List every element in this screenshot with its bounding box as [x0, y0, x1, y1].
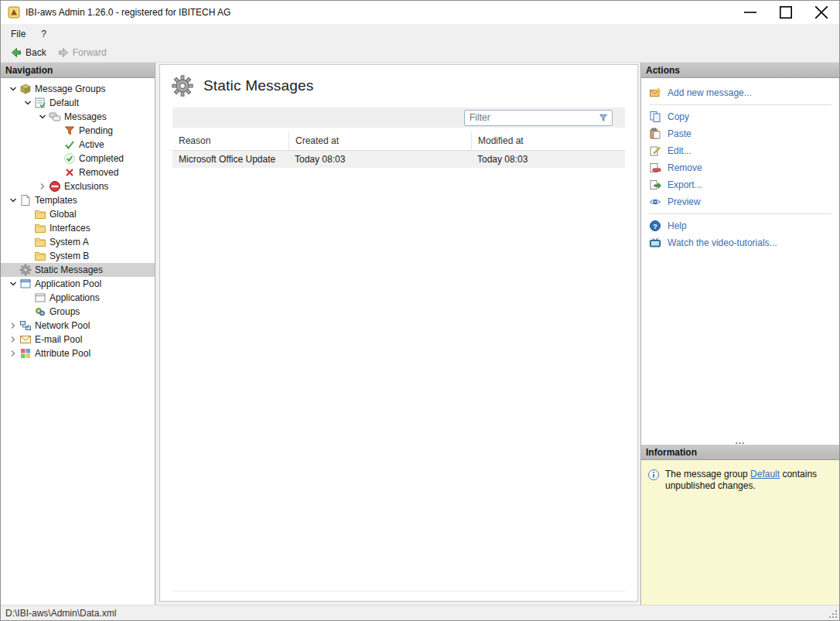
- tree-item-completed[interactable]: Completed: [1, 152, 155, 165]
- action-copy[interactable]: Copy: [641, 108, 839, 125]
- menu-file[interactable]: File: [3, 26, 33, 42]
- column-header-reason[interactable]: Reason: [172, 131, 289, 150]
- actions-panel: Actions Add new message...CopyPasteEdit.…: [641, 63, 839, 445]
- action-label: Watch the video-tutorials...: [668, 237, 777, 248]
- action-export[interactable]: Export...: [641, 176, 839, 193]
- action-edit[interactable]: Edit...: [641, 142, 839, 159]
- tree-item-templates[interactable]: Templates: [1, 193, 155, 207]
- forward-button[interactable]: Forward: [52, 45, 112, 60]
- tree-item-applications[interactable]: Applications: [1, 291, 155, 305]
- help-icon: ?: [649, 220, 661, 232]
- minimize-button[interactable]: [732, 1, 768, 24]
- tree-item-static-messages[interactable]: Static Messages: [1, 263, 155, 277]
- expander-spacer: [22, 222, 34, 234]
- chevron-down-icon[interactable]: [7, 278, 19, 290]
- tree-item-pending[interactable]: Pending: [1, 124, 155, 138]
- expander-spacer: [22, 208, 34, 220]
- chevron-right-icon[interactable]: [7, 347, 19, 360]
- action-label: Copy: [668, 111, 689, 122]
- filter-box: [464, 110, 613, 126]
- tree-item-exclusions[interactable]: Exclusions: [1, 179, 155, 193]
- page-title-row: Static Messages: [160, 65, 637, 104]
- tree-item-global[interactable]: Global: [1, 207, 155, 221]
- page-title: Static Messages: [203, 77, 313, 94]
- back-label: Back: [26, 47, 46, 58]
- action-label: Edit...: [668, 145, 691, 156]
- tree-item-label: Interfaces: [50, 223, 90, 234]
- menu-help[interactable]: ?: [33, 26, 54, 42]
- tree-item-removed[interactable]: Removed: [1, 165, 155, 179]
- expander-spacer: [51, 125, 63, 137]
- tree-item-messages[interactable]: Messages: [1, 110, 155, 124]
- chevron-down-icon[interactable]: [7, 194, 19, 206]
- chevron-right-icon[interactable]: [36, 180, 49, 193]
- tree-item-label: E-mail Pool: [35, 334, 82, 345]
- tree-item-interfaces[interactable]: Interfaces: [1, 221, 155, 235]
- title-bar: IBI-aws Admin 1.26.0 - registered for IB…: [1, 1, 839, 24]
- default-group-link[interactable]: Default: [750, 469, 780, 479]
- tree-item-e-mail-pool[interactable]: E-mail Pool: [1, 333, 155, 346]
- tree-item-label: Global: [50, 209, 77, 220]
- tree-item-groups[interactable]: Groups: [1, 305, 155, 319]
- action-remove[interactable]: Remove: [641, 159, 839, 176]
- action-label: Preview: [668, 196, 701, 207]
- tree-item-application-pool[interactable]: Application Pool: [1, 277, 155, 291]
- tree-item-network-pool[interactable]: Network Pool: [1, 319, 155, 333]
- tree-item-default[interactable]: Default: [1, 96, 155, 110]
- back-arrow-icon: [10, 46, 22, 59]
- action-watch-the-video-tutorials[interactable]: Watch the video-tutorials...: [641, 234, 839, 251]
- remove-icon: [649, 162, 661, 174]
- tree-item-label: Groups: [50, 306, 80, 317]
- table-row[interactable]: Microsoft Office UpdateToday 08:03Today …: [172, 151, 625, 168]
- removed-icon: [63, 166, 76, 179]
- menu-bar: File ?: [1, 24, 839, 43]
- resize-grip-icon[interactable]: [828, 609, 838, 619]
- tree-item-label: Message Groups: [35, 84, 105, 94]
- tree-item-active[interactable]: Active: [1, 138, 155, 152]
- tree-item-message-groups[interactable]: Message Groups: [1, 82, 155, 96]
- column-header-created-at[interactable]: Created at: [289, 131, 471, 150]
- applications-icon: [34, 292, 46, 304]
- tree-item-label: Application Pool: [35, 278, 101, 289]
- folder-icon: [34, 236, 46, 248]
- column-header-modified-at[interactable]: Modified at: [471, 131, 625, 150]
- information-message: The message group Default contains unpub…: [665, 469, 820, 492]
- action-label: Help: [668, 220, 687, 231]
- tree-item-system-b[interactable]: System B: [1, 249, 155, 263]
- actions-overflow[interactable]: ...: [641, 438, 839, 444]
- action-label: Paste: [668, 128, 691, 139]
- navigation-tree: Message GroupsDefaultMessagesPendingActi…: [1, 78, 155, 605]
- right-panel: Actions Add new message...CopyPasteEdit.…: [640, 63, 839, 605]
- maximize-button[interactable]: [768, 1, 804, 24]
- chevron-right-icon[interactable]: [7, 319, 19, 332]
- add-message-icon: [649, 87, 661, 99]
- window-title: IBI-aws Admin 1.26.0 - registered for IB…: [26, 7, 230, 18]
- close-button[interactable]: [804, 1, 839, 24]
- actions-list: Add new message...CopyPasteEdit...Remove…: [641, 78, 839, 251]
- chevron-down-icon[interactable]: [36, 111, 49, 123]
- app-window: IBI-aws Admin 1.26.0 - registered for IB…: [0, 0, 840, 621]
- action-paste[interactable]: Paste: [641, 125, 839, 142]
- tree-item-label: System B: [50, 251, 89, 261]
- paste-icon: [649, 128, 661, 140]
- filter-funnel-icon[interactable]: [598, 112, 609, 123]
- export-icon: [649, 179, 661, 191]
- chevron-down-icon[interactable]: [22, 97, 34, 109]
- static-messages-view: Static Messages ReasonCreated atModified…: [159, 64, 638, 602]
- static-messages-gear-icon: [171, 74, 194, 97]
- folder-icon: [34, 250, 46, 262]
- action-help[interactable]: ?Help: [641, 217, 839, 234]
- exclusions-icon: [49, 180, 61, 193]
- filter-input[interactable]: [465, 112, 598, 123]
- tree-item-system-a[interactable]: System A: [1, 235, 155, 249]
- back-button[interactable]: Back: [5, 45, 52, 60]
- chevron-right-icon[interactable]: [7, 333, 19, 346]
- data-file-path: D:\IBI-aws\Admin\Data.xml: [5, 608, 116, 619]
- expander-spacer: [22, 250, 34, 262]
- attribute-pool-icon: [19, 347, 32, 360]
- tree-item-label: Active: [79, 139, 104, 150]
- tree-item-attribute-pool[interactable]: Attribute Pool: [1, 346, 155, 360]
- action-add-new-message[interactable]: Add new message...: [641, 84, 839, 101]
- action-preview[interactable]: Preview: [641, 193, 839, 210]
- chevron-down-icon[interactable]: [7, 83, 19, 95]
